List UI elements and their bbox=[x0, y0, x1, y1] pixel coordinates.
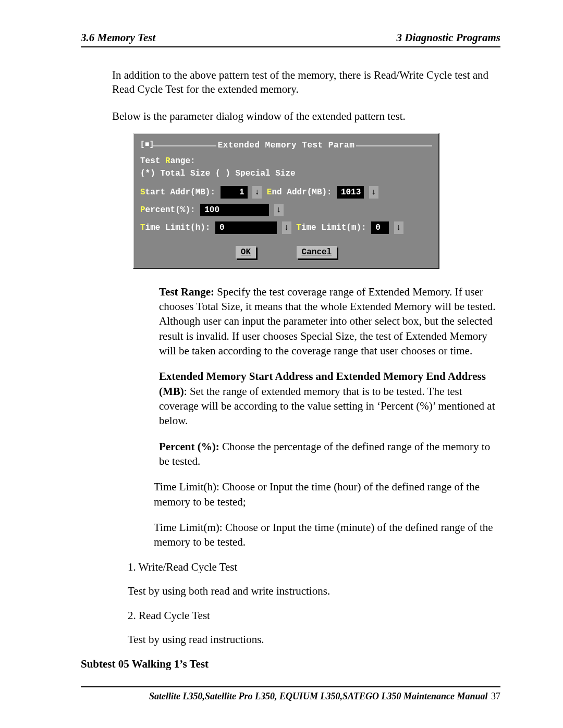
time-limit-h-field[interactable]: 0 bbox=[215, 221, 277, 234]
footer-rule bbox=[81, 686, 500, 687]
def-address: Extended Memory Start Address and Extend… bbox=[159, 369, 500, 428]
header-rule bbox=[81, 46, 500, 47]
end-addr-label: nd Addr(MB): bbox=[272, 188, 332, 197]
def-time-limit-h: Time Limit(h): Choose or Input the time … bbox=[154, 479, 500, 509]
list-item-1: 1. Write/Read Cycle Test bbox=[128, 561, 500, 574]
radio-total-size[interactable]: (*) Total Size bbox=[140, 169, 210, 178]
subtest-heading: Subtest 05 Walking 1’s Test bbox=[81, 658, 500, 671]
footer-title: Satellite L350,Satellite Pro L350, EQUIU… bbox=[149, 691, 488, 701]
time-limit-h-label: ime Limit(h): bbox=[145, 224, 211, 233]
chevron-down-icon[interactable]: ↓ bbox=[369, 186, 378, 199]
test-range-label: Test Range: bbox=[140, 155, 432, 167]
page-number: 37 bbox=[489, 691, 501, 701]
radio-special-size[interactable]: ( ) Special Size bbox=[215, 169, 296, 178]
extended-memory-test-dialog: [■] Extended Memory Test Param Test Rang… bbox=[133, 133, 439, 269]
percent-label: ercent(%): bbox=[145, 205, 195, 215]
ok-button[interactable]: OK bbox=[236, 246, 256, 258]
def-time-limit-m: Time Limit(m): Choose or Input the time … bbox=[154, 520, 500, 550]
close-icon[interactable]: [■] bbox=[140, 139, 154, 150]
def-test-range: Test Range: Specify the test coverage ra… bbox=[159, 285, 500, 359]
page-header: 3.6 Memory Test 3 Diagnostic Programs bbox=[81, 31, 500, 44]
list-text-1: Test by using both read and write instru… bbox=[128, 585, 500, 598]
time-limit-m-field[interactable]: 0 bbox=[371, 221, 389, 234]
cancel-button[interactable]: Cancel bbox=[297, 246, 337, 258]
def-percent: Percent (%): Choose the percentage of th… bbox=[159, 439, 500, 469]
list-text-2: Test by using read instructions. bbox=[128, 633, 500, 646]
chevron-down-icon[interactable]: ↓ bbox=[282, 221, 291, 234]
header-right: 3 Diagnostic Programs bbox=[396, 31, 500, 44]
chevron-down-icon[interactable]: ↓ bbox=[394, 221, 403, 234]
percent-field[interactable]: 100 bbox=[200, 204, 269, 216]
time-limit-m-label: ime Limit(m): bbox=[301, 224, 366, 233]
list-item-2: 2. Read Cycle Test bbox=[128, 609, 500, 622]
dialog-title: Extended Memory Test Param bbox=[218, 141, 355, 150]
chevron-down-icon[interactable]: ↓ bbox=[274, 204, 284, 216]
intro-paragraph-1: In addition to the above pattern test of… bbox=[112, 68, 500, 97]
end-addr-field[interactable]: 1013 bbox=[337, 186, 364, 199]
start-addr-field[interactable]: 1 bbox=[221, 186, 248, 199]
header-left: 3.6 Memory Test bbox=[81, 31, 155, 44]
chevron-down-icon[interactable]: ↓ bbox=[252, 186, 262, 199]
page-footer: Satellite L350,Satellite Pro L350, EQUIU… bbox=[81, 691, 500, 702]
start-addr-label: tart Addr(MB): bbox=[145, 188, 215, 197]
intro-paragraph-2: Below is the parameter dialog window of … bbox=[112, 109, 500, 124]
